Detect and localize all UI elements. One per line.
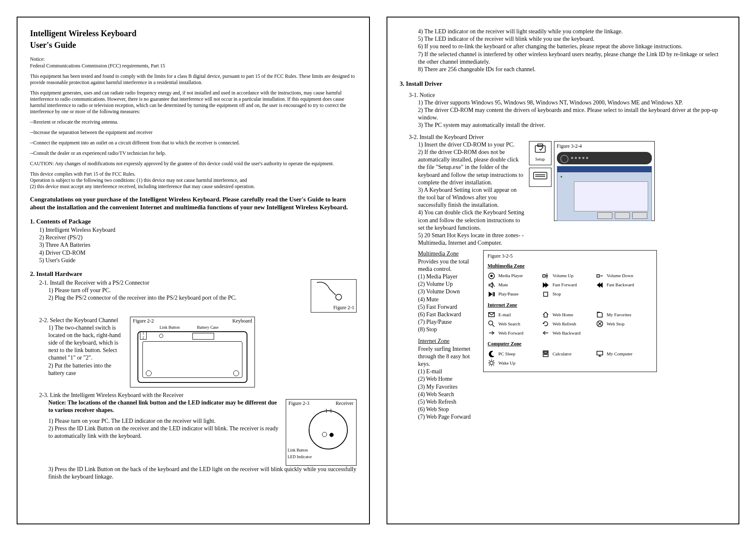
figure-2-3: Figure 2-3 Receiver Link Button LED Indi… (286, 399, 357, 466)
list-item: 2) Press the ID Link Button on the recei… (48, 425, 282, 440)
list-item: 4) Driver CD-ROM (39, 249, 357, 257)
figure-label: Figure 3-2-5 (488, 253, 652, 260)
figure-2-2: Figure 2-2 Keyboard Link Button Battery … (130, 317, 255, 387)
list-item: 3) The PC system may automatically insta… (418, 122, 726, 129)
list-item: 8) There are 256 changeable IDs for each… (418, 66, 726, 73)
list-item: (1) Media Player (418, 273, 479, 280)
keyboard-icon (529, 168, 551, 187)
hotkey-zone-title: Internet Zone (488, 302, 652, 309)
hotkey-label: Play/Pause (499, 291, 519, 297)
list-item: 1) Insert the driver CD-ROM to your PC. (418, 141, 525, 149)
section-2-1-head: 2-1. Install the Receiver with a PS/2 Co… (39, 279, 307, 287)
svg-point-28 (545, 354, 546, 355)
svg-rect-30 (597, 351, 603, 355)
svg-rect-16 (544, 292, 548, 296)
complies-3: (2) this device must accept any interfer… (30, 184, 357, 190)
hotkey-pc-sleep: PC Sleep (488, 350, 542, 357)
fcc-bullet: --Connect the equipment into an outlet o… (30, 140, 357, 146)
list-item: (7) Play/Pause (418, 318, 479, 326)
section-3-head: 3. Install Driver (400, 80, 726, 88)
list-item: 2) Plug the PS/2 connector of the receiv… (48, 294, 307, 302)
list-item: 1) The two-channel switch is located on … (48, 324, 126, 362)
hotkey-label: Wake Up (499, 360, 516, 366)
hotkey-label: Media Player (499, 273, 523, 278)
fcc-bullet: --Increase the separation between the eq… (30, 129, 357, 136)
section-1-head: 1. Contents of Package (30, 218, 357, 226)
svg-point-18 (489, 321, 493, 325)
figure-3-2-5: Figure 3-2-5 Multimedia Zone Media Playe… (483, 250, 657, 372)
list-item: 4) The LED indicator on the receiver wil… (418, 28, 726, 35)
svg-rect-11 (597, 275, 599, 277)
hotkey-play-pause: Play/Pause (488, 290, 542, 298)
list-item: 6) If you need to re-link the keyboard o… (418, 43, 726, 50)
fcc-line: Federal Communications Commission (FCC) … (30, 63, 357, 69)
list-item: (1) E-mail (418, 368, 479, 375)
list-item: (2) Volume Up (418, 280, 479, 288)
list-item: (2) Web Home (418, 375, 479, 383)
label-battery-case: Battery Case (197, 325, 218, 330)
list-item: 5) The LED indicator of the receiver wil… (418, 35, 726, 43)
list-item: 7) If the selected channel is interfered… (418, 51, 726, 66)
page-left: Intelligent Wireless Keyboard User's Gui… (17, 17, 370, 524)
figure-label: Figure 2-1 (333, 305, 354, 311)
list-item: (5) Web Refresh (418, 398, 479, 406)
internet-zone-head: Internet Zone (418, 338, 479, 345)
list-item: 5) User's Guide (39, 257, 357, 264)
hotkey-web-forward: Web Forward (488, 329, 542, 337)
hotkey-label: Fast Backward (607, 282, 634, 288)
hotkey-web-refresh: Web Refresh (542, 320, 596, 328)
hotkey-volume-up: Volume Up (542, 272, 596, 280)
caution: CAUTION: Any changes of modifications no… (30, 161, 357, 167)
label-receiver: Receiver (336, 400, 354, 407)
list-item: (7) Web Page Forward (418, 413, 479, 421)
hotkey-web-backward: Web Backward (542, 329, 596, 337)
section-2-3-notice: Notice: The locations of the channel lin… (48, 399, 282, 414)
label-led-indicator: LED Indicator (288, 454, 312, 459)
list-item: 1) Please turn off your PC. (48, 287, 307, 294)
list-item: (6) Web Stop (418, 406, 479, 413)
svg-point-7 (491, 275, 492, 277)
list-item: (4) Mute (418, 296, 479, 303)
hotkey-zone-title: Multimedia Zone (488, 263, 652, 270)
list-item: (8) Stop (418, 326, 479, 333)
svg-line-41 (493, 360, 494, 361)
svg-point-27 (544, 354, 545, 355)
hotkey-label: My Computer (607, 351, 633, 357)
svg-point-0 (336, 294, 342, 300)
svg-rect-2 (538, 144, 543, 146)
list-item: 2) If the driver CD-ROM does not be auto… (418, 149, 525, 186)
svg-line-39 (493, 365, 494, 365)
hotkey-label: Web Search (499, 321, 521, 327)
list-item: (3) Volume Down (418, 288, 479, 295)
list-item: 1) Please turn on your PC. The LED indic… (48, 417, 282, 425)
doc-title-2: User's Guide (30, 40, 357, 50)
multimedia-zone-sub: Provides you the total media control. (418, 258, 479, 273)
svg-rect-8 (543, 275, 545, 277)
internet-zone-sub: Freely surfing Internet through the 8 ea… (418, 345, 479, 368)
section-3-1-head: 3-1. Notice (409, 92, 726, 99)
list-item: 1) The driver supports Windows 95, Windo… (418, 99, 726, 107)
hotkey-label: Calculator (553, 351, 572, 357)
svg-line-38 (489, 360, 490, 361)
svg-point-29 (546, 354, 547, 355)
hotkey-label: My Favorites (607, 312, 631, 318)
hotkey-mute: Mute (488, 281, 542, 289)
label-keyboard: Keyboard (232, 318, 252, 325)
list-item: 3) A Keyboard Setting icon will appear o… (418, 186, 525, 209)
hotkey-label: Web Stop (607, 321, 625, 327)
list-item: 1) Intelligent Wireless Keyboard (39, 226, 357, 234)
hotkey-label: Web Forward (499, 330, 524, 336)
list-item: (4) Web Search (418, 391, 479, 398)
svg-line-40 (489, 365, 490, 365)
list-item: (5) Fast Forward (418, 303, 479, 311)
list-item: 3) Three AA Batteries (39, 241, 357, 249)
fcc-bullet: --Reorient or relocate the receiving ant… (30, 119, 357, 125)
complies-2: Operation is subject to the following tw… (30, 177, 357, 184)
svg-point-33 (490, 361, 493, 365)
hotkey-my-computer: My Computer (596, 350, 650, 357)
figure-3-2-4: Figure 3-2-4 ✦ (554, 141, 655, 221)
setup-icon: Setup (529, 141, 551, 165)
section-2-2-head: 2-2. Select the Keyboard Channel (39, 317, 126, 324)
figure-2-1: Figure 2-1 (311, 279, 357, 313)
multimedia-zone-head: Multimedia Zone (418, 250, 479, 258)
